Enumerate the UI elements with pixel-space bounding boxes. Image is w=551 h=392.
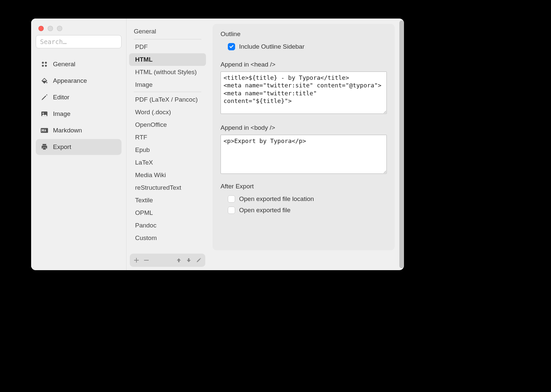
append-head-label: Append in <head /> <box>221 61 387 68</box>
open-file-row[interactable]: Open exported file <box>221 205 387 216</box>
sidebar-item-label: Appearance <box>53 77 87 84</box>
svg-rect-10 <box>43 148 46 150</box>
remove-format-button[interactable] <box>143 257 150 264</box>
edit-format-button[interactable] <box>195 257 202 264</box>
paint-bucket-icon <box>40 77 48 85</box>
window-controls <box>38 26 62 31</box>
include-outline-row[interactable]: Include Outline Sidebar <box>221 41 387 52</box>
pencil-icon <box>196 258 201 263</box>
include-outline-checkbox[interactable] <box>228 43 235 50</box>
window-scrollbar[interactable] <box>399 21 404 268</box>
zoom-window-button[interactable] <box>57 26 62 31</box>
search-input[interactable] <box>36 35 122 48</box>
sidebar: General Appearance Editor Image <box>31 19 126 270</box>
formats-section-general: General <box>128 24 207 38</box>
format-item-restructuredtext[interactable]: reStructuredText <box>129 181 206 194</box>
format-item-latex[interactable]: LaTeX <box>129 156 206 169</box>
format-item-openoffice[interactable]: OpenOffice <box>129 119 206 131</box>
open-location-row[interactable]: Open exported file location <box>221 193 387 205</box>
outline-section-title: Outline <box>221 30 387 38</box>
include-outline-label: Include Outline Sidebar <box>239 43 305 50</box>
sidebar-item-appearance[interactable]: Appearance <box>36 73 122 89</box>
sidebar-item-label: Markdown <box>53 127 82 134</box>
after-export-section-title: After Export <box>221 183 387 190</box>
move-down-button[interactable] <box>185 257 192 264</box>
format-item-custom[interactable]: Custom <box>129 232 206 244</box>
open-file-checkbox[interactable] <box>228 207 235 214</box>
arrow-up-icon <box>176 258 181 263</box>
svg-point-2 <box>42 65 44 67</box>
format-item-rtf[interactable]: RTF <box>129 131 206 144</box>
divider <box>134 39 201 39</box>
grid-icon <box>40 60 48 68</box>
svg-point-4 <box>46 82 48 83</box>
open-file-label: Open exported file <box>239 207 290 214</box>
export-formats-column: General PDF HTML HTML (without Styles) I… <box>126 19 209 270</box>
sidebar-item-editor[interactable]: Editor <box>36 89 122 105</box>
add-format-button[interactable] <box>133 257 140 264</box>
append-body-label: Append in <body /> <box>221 124 387 131</box>
sidebar-item-markdown[interactable]: Markdown <box>36 122 122 138</box>
close-window-button[interactable] <box>38 26 44 31</box>
format-item-pandoc[interactable]: Pandoc <box>129 219 206 232</box>
sidebar-item-label: Image <box>53 110 71 118</box>
sidebar-nav: General Appearance Editor Image <box>36 56 122 155</box>
open-location-label: Open exported file location <box>239 195 314 203</box>
format-item-mediawiki[interactable]: Media Wiki <box>129 169 206 181</box>
format-item-html[interactable]: HTML <box>129 53 206 66</box>
format-item-image[interactable]: Image <box>129 78 206 91</box>
check-icon <box>229 44 234 49</box>
open-location-checkbox[interactable] <box>228 195 235 203</box>
export-formats-list: General PDF HTML HTML (without Styles) I… <box>126 24 209 251</box>
sidebar-item-label: General <box>53 61 75 68</box>
svg-point-3 <box>45 65 47 67</box>
format-item-opml[interactable]: OPML <box>129 207 206 219</box>
divider <box>134 92 201 92</box>
format-item-textile[interactable]: Textile <box>129 194 206 207</box>
sidebar-item-label: Editor <box>53 94 70 101</box>
export-settings-panel: Outline Include Outline Sidebar Append i… <box>213 24 395 250</box>
plus-icon <box>134 258 139 263</box>
export-settings-panel-wrap: Outline Include Outline Sidebar Append i… <box>209 19 404 270</box>
markdown-icon <box>40 126 48 134</box>
append-head-textarea[interactable] <box>221 72 387 114</box>
format-item-pdf-latex[interactable]: PDF (LaTeX / Pancoc) <box>129 93 206 106</box>
format-item-html-nostyles[interactable]: HTML (without Styles) <box>129 66 206 78</box>
move-up-button[interactable] <box>175 257 182 264</box>
pencil-icon <box>40 93 48 101</box>
formats-toolbar <box>130 254 205 267</box>
svg-point-6 <box>43 113 44 114</box>
sidebar-item-export[interactable]: Export <box>36 139 122 155</box>
printer-icon <box>40 143 48 151</box>
minimize-window-button[interactable] <box>48 26 53 31</box>
svg-point-0 <box>42 62 44 64</box>
format-item-epub[interactable]: Epub <box>129 144 206 156</box>
sidebar-item-general[interactable]: General <box>36 56 122 72</box>
arrow-down-icon <box>186 258 191 263</box>
sidebar-item-label: Export <box>53 143 71 151</box>
preferences-window: General Appearance Editor Image <box>31 19 404 270</box>
format-item-word[interactable]: Word (.docx) <box>129 106 206 119</box>
image-icon <box>40 110 48 118</box>
format-item-pdf[interactable]: PDF <box>129 41 206 53</box>
sidebar-item-image[interactable]: Image <box>36 106 122 122</box>
svg-rect-8 <box>43 144 46 146</box>
append-body-textarea[interactable] <box>221 135 387 174</box>
svg-point-1 <box>45 62 47 64</box>
svg-rect-11 <box>144 260 149 261</box>
minus-icon <box>144 258 149 263</box>
